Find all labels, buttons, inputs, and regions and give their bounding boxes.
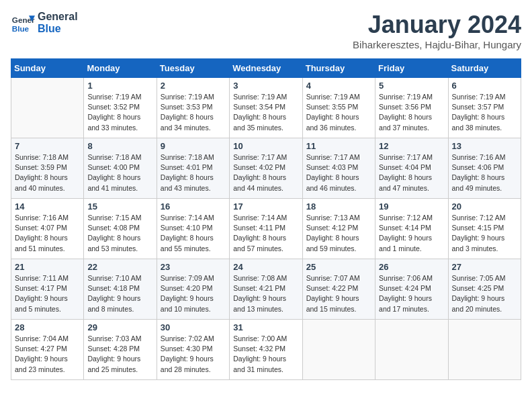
day-cell: 7Sunrise: 7:18 AMSunset: 3:59 PMDaylight… xyxy=(11,138,84,199)
day-info: Sunrise: 7:16 AMSunset: 4:07 PMDaylight:… xyxy=(15,213,80,254)
day-info: Sunrise: 7:19 AMSunset: 3:55 PMDaylight:… xyxy=(306,92,371,133)
day-cell: 6Sunrise: 7:19 AMSunset: 3:57 PMDaylight… xyxy=(448,78,521,138)
day-number: 1 xyxy=(87,81,152,91)
week-row-3: 21Sunrise: 7:11 AMSunset: 4:17 PMDayligh… xyxy=(11,259,521,320)
location: Biharkeresztes, Hajdu-Bihar, Hungary xyxy=(353,39,521,50)
day-cell: 4Sunrise: 7:19 AMSunset: 3:55 PMDaylight… xyxy=(302,78,375,138)
day-cell: 31Sunrise: 7:00 AMSunset: 4:32 PMDayligh… xyxy=(230,320,302,380)
day-number: 11 xyxy=(306,141,371,151)
day-cell: 28Sunrise: 7:04 AMSunset: 4:27 PMDayligh… xyxy=(11,320,84,380)
day-number: 3 xyxy=(233,81,298,91)
calendar-body: 1Sunrise: 7:19 AMSunset: 3:52 PMDaylight… xyxy=(11,78,521,380)
day-cell: 21Sunrise: 7:11 AMSunset: 4:17 PMDayligh… xyxy=(11,259,84,320)
week-row-2: 14Sunrise: 7:16 AMSunset: 4:07 PMDayligh… xyxy=(11,199,521,259)
day-info: Sunrise: 7:17 AMSunset: 4:03 PMDaylight:… xyxy=(306,152,371,193)
day-info: Sunrise: 7:03 AMSunset: 4:28 PMDaylight:… xyxy=(87,334,152,375)
day-info: Sunrise: 7:16 AMSunset: 4:06 PMDaylight:… xyxy=(452,152,517,193)
day-info: Sunrise: 7:09 AMSunset: 4:20 PMDaylight:… xyxy=(161,273,226,314)
day-number: 28 xyxy=(15,322,80,332)
day-number: 18 xyxy=(306,201,371,212)
day-info: Sunrise: 7:10 AMSunset: 4:18 PMDaylight:… xyxy=(87,273,152,314)
day-info: Sunrise: 7:12 AMSunset: 4:14 PMDaylight:… xyxy=(379,213,444,254)
day-info: Sunrise: 7:19 AMSunset: 3:53 PMDaylight:… xyxy=(161,92,226,133)
day-info: Sunrise: 7:13 AMSunset: 4:12 PMDaylight:… xyxy=(306,213,371,254)
day-number: 29 xyxy=(87,322,152,332)
day-number: 13 xyxy=(452,141,517,151)
day-info: Sunrise: 7:00 AMSunset: 4:32 PMDaylight:… xyxy=(233,334,298,375)
day-cell: 8Sunrise: 7:18 AMSunset: 4:00 PMDaylight… xyxy=(84,138,157,199)
day-cell: 10Sunrise: 7:17 AMSunset: 4:02 PMDayligh… xyxy=(230,138,302,199)
day-cell: 5Sunrise: 7:19 AMSunset: 3:56 PMDaylight… xyxy=(375,78,448,138)
day-info: Sunrise: 7:18 AMSunset: 3:59 PMDaylight:… xyxy=(15,152,80,193)
month-title: January 2024 xyxy=(353,11,521,39)
header-monday: Monday xyxy=(84,59,157,78)
day-cell: 17Sunrise: 7:14 AMSunset: 4:11 PMDayligh… xyxy=(230,199,302,259)
calendar-header-row: SundayMondayTuesdayWednesdayThursdayFrid… xyxy=(11,59,521,78)
day-number: 16 xyxy=(161,201,226,212)
day-number: 26 xyxy=(379,262,444,272)
day-number: 24 xyxy=(233,262,298,272)
svg-text:Blue: Blue xyxy=(12,24,30,33)
header-tuesday: Tuesday xyxy=(157,59,229,78)
day-info: Sunrise: 7:14 AMSunset: 4:11 PMDaylight:… xyxy=(233,213,298,254)
day-number: 27 xyxy=(452,262,517,272)
day-cell: 12Sunrise: 7:17 AMSunset: 4:04 PMDayligh… xyxy=(375,138,448,199)
header-saturday: Saturday xyxy=(448,59,521,78)
day-cell xyxy=(375,320,448,380)
day-number: 4 xyxy=(306,81,371,91)
day-info: Sunrise: 7:05 AMSunset: 4:25 PMDaylight:… xyxy=(452,273,517,314)
day-info: Sunrise: 7:19 AMSunset: 3:57 PMDaylight:… xyxy=(452,92,517,133)
day-cell: 29Sunrise: 7:03 AMSunset: 4:28 PMDayligh… xyxy=(84,320,157,380)
day-cell: 25Sunrise: 7:07 AMSunset: 4:22 PMDayligh… xyxy=(302,259,375,320)
week-row-4: 28Sunrise: 7:04 AMSunset: 4:27 PMDayligh… xyxy=(11,320,521,380)
day-info: Sunrise: 7:15 AMSunset: 4:08 PMDaylight:… xyxy=(87,213,152,254)
logo: General Blue General Blue xyxy=(11,11,78,35)
day-cell: 23Sunrise: 7:09 AMSunset: 4:20 PMDayligh… xyxy=(157,259,229,320)
logo-line1: General xyxy=(38,11,78,23)
day-number: 7 xyxy=(15,141,80,151)
day-cell: 22Sunrise: 7:10 AMSunset: 4:18 PMDayligh… xyxy=(84,259,157,320)
day-cell: 14Sunrise: 7:16 AMSunset: 4:07 PMDayligh… xyxy=(11,199,84,259)
day-cell: 27Sunrise: 7:05 AMSunset: 4:25 PMDayligh… xyxy=(448,259,521,320)
day-cell xyxy=(448,320,521,380)
header-sunday: Sunday xyxy=(11,59,84,78)
day-cell: 18Sunrise: 7:13 AMSunset: 4:12 PMDayligh… xyxy=(302,199,375,259)
week-row-0: 1Sunrise: 7:19 AMSunset: 3:52 PMDaylight… xyxy=(11,78,521,138)
logo-icon: General Blue xyxy=(11,11,35,35)
day-cell: 11Sunrise: 7:17 AMSunset: 4:03 PMDayligh… xyxy=(302,138,375,199)
day-number: 6 xyxy=(452,81,517,91)
header-wednesday: Wednesday xyxy=(230,59,302,78)
day-info: Sunrise: 7:17 AMSunset: 4:04 PMDaylight:… xyxy=(379,152,444,193)
logo-line2: Blue xyxy=(38,23,78,35)
day-number: 20 xyxy=(452,201,517,212)
day-cell: 16Sunrise: 7:14 AMSunset: 4:10 PMDayligh… xyxy=(157,199,229,259)
day-info: Sunrise: 7:18 AMSunset: 4:01 PMDaylight:… xyxy=(161,152,226,193)
header-friday: Friday xyxy=(375,59,448,78)
day-cell: 24Sunrise: 7:08 AMSunset: 4:21 PMDayligh… xyxy=(230,259,302,320)
day-info: Sunrise: 7:11 AMSunset: 4:17 PMDaylight:… xyxy=(15,273,80,314)
day-cell xyxy=(11,78,84,138)
day-info: Sunrise: 7:14 AMSunset: 4:10 PMDaylight:… xyxy=(161,213,226,254)
day-info: Sunrise: 7:02 AMSunset: 4:30 PMDaylight:… xyxy=(161,334,226,375)
day-number: 5 xyxy=(379,81,444,91)
day-number: 30 xyxy=(161,322,226,332)
day-cell: 30Sunrise: 7:02 AMSunset: 4:30 PMDayligh… xyxy=(157,320,229,380)
day-number: 25 xyxy=(306,262,371,272)
day-number: 23 xyxy=(161,262,226,272)
day-cell xyxy=(302,320,375,380)
day-info: Sunrise: 7:19 AMSunset: 3:52 PMDaylight:… xyxy=(87,92,152,133)
day-cell: 13Sunrise: 7:16 AMSunset: 4:06 PMDayligh… xyxy=(448,138,521,199)
day-cell: 20Sunrise: 7:12 AMSunset: 4:15 PMDayligh… xyxy=(448,199,521,259)
day-info: Sunrise: 7:17 AMSunset: 4:02 PMDaylight:… xyxy=(233,152,298,193)
day-cell: 2Sunrise: 7:19 AMSunset: 3:53 PMDaylight… xyxy=(157,78,229,138)
day-cell: 3Sunrise: 7:19 AMSunset: 3:54 PMDaylight… xyxy=(230,78,302,138)
day-cell: 1Sunrise: 7:19 AMSunset: 3:52 PMDaylight… xyxy=(84,78,157,138)
title-section: January 2024 Biharkeresztes, Hajdu-Bihar… xyxy=(353,11,521,50)
day-cell: 15Sunrise: 7:15 AMSunset: 4:08 PMDayligh… xyxy=(84,199,157,259)
day-cell: 9Sunrise: 7:18 AMSunset: 4:01 PMDaylight… xyxy=(157,138,229,199)
day-info: Sunrise: 7:19 AMSunset: 3:56 PMDaylight:… xyxy=(379,92,444,133)
day-info: Sunrise: 7:19 AMSunset: 3:54 PMDaylight:… xyxy=(233,92,298,133)
day-info: Sunrise: 7:07 AMSunset: 4:22 PMDaylight:… xyxy=(306,273,371,314)
day-info: Sunrise: 7:18 AMSunset: 4:00 PMDaylight:… xyxy=(87,152,152,193)
calendar-table: SundayMondayTuesdayWednesdayThursdayFrid… xyxy=(11,58,521,380)
